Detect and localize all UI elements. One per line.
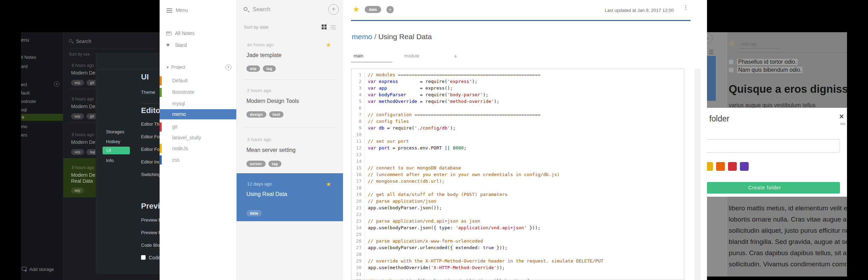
code-editor[interactable]: 1// modules ============================… (351, 69, 684, 280)
tab-module[interactable]: module (404, 53, 419, 58)
background-add-folder-icon[interactable]: + (54, 81, 59, 87)
sidebar-item-starred[interactable]: Stard (175, 42, 187, 48)
chevron-down-icon[interactable]: ▼ (166, 65, 169, 69)
sidebar-folder-css[interactable]: css (172, 157, 180, 163)
add-folder-icon[interactable]: + (225, 64, 231, 70)
background-menu-label[interactable]: enu (21, 37, 29, 43)
checkbox[interactable] (729, 59, 734, 64)
background-folder-item[interactable]: ostnote (21, 99, 36, 104)
code-line[interactable]: 11// set our port (351, 138, 684, 145)
color-swatch-red[interactable] (728, 162, 737, 171)
breadcrumb-folder[interactable]: memo (352, 33, 372, 41)
settings-preview-font[interactable]: Preview F (141, 217, 160, 223)
background-folder-item[interactable]: fault (21, 90, 30, 96)
code-line[interactable]: 24app.use(bodyParser.json({ type: 'appli… (351, 224, 684, 231)
background-sort-label[interactable]: Sort by xxx (69, 52, 90, 57)
code-line[interactable]: 10 (351, 131, 684, 138)
code-line[interactable]: 27app.use(bodyParser.urlencoded({ extend… (351, 244, 684, 251)
sidebar-folder-default[interactable]: Default (172, 78, 188, 83)
settings-theme-label[interactable]: Theme (141, 90, 155, 95)
code-line[interactable]: 14 (351, 158, 684, 164)
list-view-icon[interactable] (330, 25, 336, 29)
code-line[interactable]: 17// mongoose.connect(db.url); (351, 178, 684, 184)
folder-name-input[interactable] (707, 139, 840, 153)
settings-editor-font-family[interactable]: Editor For (141, 147, 160, 152)
star-icon[interactable]: ★ (353, 5, 360, 14)
settings-editor-theme[interactable]: Editor Th (141, 121, 160, 127)
checkbox[interactable] (729, 68, 734, 72)
close-icon[interactable]: × (839, 112, 844, 121)
add-tab-button[interactable]: + (454, 53, 457, 59)
settings-nav-info[interactable]: Info (106, 158, 114, 163)
background-folder-item[interactable]: ers (21, 132, 27, 138)
add-tag-input[interactable]: Add tag... (741, 41, 760, 47)
code-line[interactable]: 12var port = process.env.PORT || 8080; (351, 145, 684, 151)
code-line[interactable]: 16// (uncomment after you enter in your … (351, 171, 684, 178)
star-icon[interactable]: ★ (326, 181, 331, 188)
code-line[interactable]: 4var bodyParser = require('body-parser')… (351, 91, 684, 98)
tab-main[interactable]: main (354, 53, 363, 58)
sidebar-folder-nodejs[interactable]: nodeJs (172, 146, 188, 151)
new-note-button[interactable]: + (328, 4, 339, 15)
background-starred[interactable]: ard (21, 64, 28, 69)
background-search-input[interactable]: Search (76, 38, 91, 44)
menu-icon[interactable] (167, 12, 172, 13)
code-line[interactable]: 7// configuration ======================… (351, 111, 684, 118)
sidebar-folder-memo-selected[interactable]: memo (160, 109, 236, 119)
code-line[interactable]: 19// get all data/stuff of the body (POS… (351, 191, 684, 198)
settings-switching[interactable]: Switching (141, 172, 160, 177)
settings-editor-indent[interactable]: Editor Ind (141, 159, 160, 164)
color-swatch-gold[interactable] (707, 162, 713, 171)
menu-label[interactable]: Menu (176, 7, 188, 13)
code-line[interactable]: 31 (351, 271, 684, 278)
color-swatch-purple[interactable] (740, 162, 749, 171)
settings-nav-ui-selected[interactable]: UI (103, 147, 130, 154)
code-line[interactable]: 9var db = require('./config/db'); (351, 125, 684, 131)
code-line[interactable]: 25 (351, 231, 684, 238)
kebab-menu-icon[interactable]: ⋮ (683, 6, 685, 9)
sidebar-item-all-notes[interactable]: All Notes (175, 30, 195, 36)
background-all-notes[interactable]: ll Notes (21, 55, 36, 60)
settings-editor-font-size[interactable]: Editor For (141, 134, 160, 139)
settings-nav-hotkey[interactable]: Hotkey (106, 139, 120, 144)
menu-icon[interactable] (167, 8, 172, 9)
code-line[interactable]: 8// config files (351, 118, 684, 125)
background-add-storage[interactable]: Add storage (29, 267, 54, 272)
code-line[interactable]: 28 (351, 251, 684, 258)
background-project-label[interactable]: ect (21, 82, 27, 87)
code-line[interactable]: 15// connect to our mongoDB database (351, 164, 684, 171)
star-outline-icon[interactable]: ☆ (729, 39, 735, 48)
code-line[interactable]: 3var app = express(); (351, 85, 684, 91)
code-line[interactable]: 26// parse application/x-www-form-urlenc… (351, 238, 684, 244)
sidebar-folder-boostnote[interactable]: Boostnote (172, 89, 194, 95)
create-folder-button[interactable]: Create folder (707, 182, 840, 194)
settings-code-block[interactable]: Code Blo (141, 243, 160, 248)
sidebar-folder-git[interactable]: git (172, 124, 177, 130)
background-folder-item[interactable]: sql (21, 107, 27, 112)
code-line[interactable]: 23// parse application/vnd.api+json as j… (351, 218, 684, 224)
add-tag-button[interactable]: + (386, 6, 394, 13)
star-icon[interactable]: ★ (326, 41, 331, 49)
code-line[interactable]: 29// override with the X-HTTP-Method-Ove… (351, 258, 684, 264)
sidebar-folder-laravel-study[interactable]: laravel_study (172, 135, 201, 140)
settings-checkbox[interactable] (141, 255, 146, 260)
code-line[interactable]: 20// parse application/json (351, 198, 684, 204)
code-line[interactable]: 18 (351, 184, 684, 191)
code-line[interactable]: 1// modules ============================… (351, 71, 684, 78)
code-line[interactable]: 6 (351, 105, 684, 111)
code-line[interactable]: 13 (351, 151, 684, 158)
menu-icon[interactable] (167, 10, 172, 11)
search-input[interactable]: Search (253, 6, 271, 13)
settings-nav-storages[interactable]: Storages (106, 129, 124, 134)
code-line[interactable]: 21app.use(bodyParser.json()); (351, 204, 684, 211)
grid-view-icon[interactable] (322, 24, 327, 30)
project-label[interactable]: Project (171, 64, 185, 70)
background-folder-item[interactable]: mo (21, 124, 27, 129)
code-line[interactable]: 2var express = require('express'); (351, 78, 684, 85)
code-line[interactable]: 22 (351, 211, 684, 218)
sort-by-selector[interactable]: Sort by date (244, 24, 268, 30)
code-line[interactable]: 32// set the static files location /publ… (351, 278, 684, 280)
editor-scrollbar[interactable] (694, 69, 701, 280)
color-swatch-orange[interactable] (716, 162, 725, 171)
sidebar-folder-mysql[interactable]: mysql (172, 101, 185, 106)
